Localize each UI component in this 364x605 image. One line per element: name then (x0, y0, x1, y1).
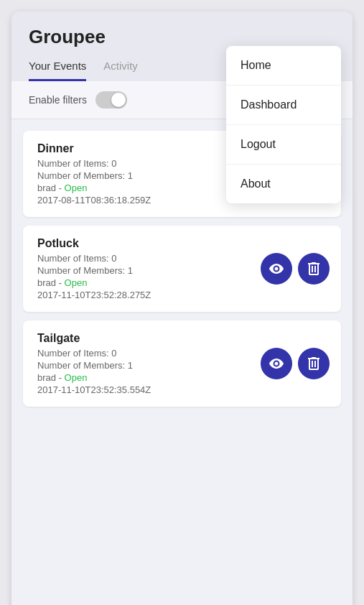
event-name-tailgate: Tailgate (37, 332, 261, 345)
tab-activity[interactable]: Activity (103, 60, 138, 81)
view-button-potluck[interactable] (261, 253, 292, 285)
trash-icon-potluck (308, 262, 319, 275)
event-status-potluck: brad - Open (37, 277, 261, 288)
eye-icon-tailgate (269, 359, 284, 369)
event-actions-potluck (261, 253, 330, 285)
eye-icon-potluck (269, 264, 284, 274)
menu-item-dashboard[interactable]: Dashboard (226, 86, 341, 125)
event-status-tailgate: brad - Open (37, 372, 261, 383)
event-timestamp-tailgate: 2017-11-10T23:52:35.554Z (37, 384, 261, 395)
view-button-tailgate[interactable] (261, 348, 292, 379)
event-timestamp-potluck: 2017-11-10T23:52:28.275Z (37, 290, 261, 300)
tab-your-events[interactable]: Your Events (29, 60, 86, 81)
filters-label: Enable filters (29, 94, 87, 106)
event-items-tailgate: Number of Items: 0 (37, 348, 261, 359)
dropdown-menu: Home Dashboard Logout About (226, 46, 341, 203)
event-info-potluck: Potluck Number of Items: 0 Number of Mem… (37, 237, 261, 300)
app-container: Groupee Your Events Activity Enable filt… (11, 11, 353, 605)
event-items-potluck: Number of Items: 0 (37, 253, 261, 264)
event-members-tailgate: Number of Members: 1 (37, 360, 261, 371)
event-name-potluck: Potluck (37, 237, 261, 250)
event-info-tailgate: Tailgate Number of Items: 0 Number of Me… (37, 332, 261, 395)
event-card-potluck: Potluck Number of Items: 0 Number of Mem… (23, 226, 341, 312)
event-card-tailgate: Tailgate Number of Items: 0 Number of Me… (23, 320, 341, 407)
event-members-potluck: Number of Members: 1 (37, 265, 261, 276)
delete-button-tailgate[interactable] (298, 348, 330, 379)
event-actions-tailgate (261, 348, 330, 379)
trash-icon-tailgate (308, 357, 319, 370)
app-title: Groupee (29, 26, 335, 48)
menu-item-about[interactable]: About (226, 165, 341, 203)
filters-toggle[interactable] (95, 91, 127, 108)
menu-item-home[interactable]: Home (226, 46, 341, 86)
menu-item-logout[interactable]: Logout (226, 125, 341, 165)
delete-button-potluck[interactable] (298, 253, 330, 285)
